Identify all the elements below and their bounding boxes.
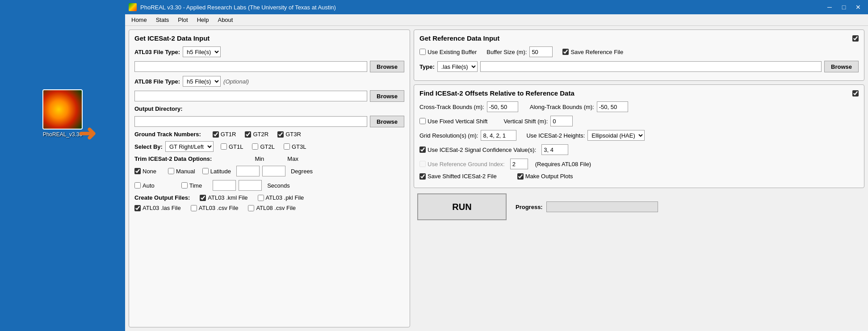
atl03-file-input[interactable] [134,61,367,72]
use-existing-buffer-checkbox[interactable] [419,49,426,55]
use-fixed-vertical-checkbox[interactable] [419,118,426,124]
trim-none-row: None [134,168,156,175]
offsets-panel-title: Find ICESat-2 Offsets Relative to Refere… [419,89,859,97]
ref-ground-input[interactable] [510,159,528,169]
reference-browse-button[interactable]: Browse [824,61,859,72]
close-button[interactable]: ✕ [852,2,864,12]
atl03-las-checkbox[interactable] [134,205,141,211]
app-icon[interactable] [42,89,83,130]
trim-row2: Auto Time Seconds [134,180,404,191]
atl03-browse-button[interactable]: Browse [370,61,404,72]
output-files-header-row: Create Output Files: ATL03 .kml File ATL… [134,194,404,201]
atl08-optional: (Optional) [223,78,249,85]
atl08-csv-checkbox[interactable] [248,205,254,211]
trim-latitude-row: Latitude [202,168,231,175]
reference-file-input[interactable] [480,61,822,72]
use-icesat2-heights-label: Use ICESat-2 Heights: [526,132,585,139]
gt3l-checkbox[interactable] [284,143,290,150]
menu-about[interactable]: About [213,15,237,25]
gt3r-checkbox[interactable] [277,131,284,138]
trim-none-checkbox[interactable] [134,168,141,174]
offsets-panel-enable-checkbox[interactable] [852,90,859,96]
along-track-input[interactable] [597,101,628,112]
maximize-button[interactable]: □ [838,2,850,12]
gt2l-checkbox[interactable] [252,143,258,150]
trim-time-max-input[interactable] [239,180,262,191]
use-fixed-vertical-row: Use Fixed Vertical Shift [419,118,487,125]
save-shifted-row: Save Shifted ICESat-2 File Make Output P… [419,173,859,180]
progress-area: Progress: [516,201,658,212]
select-by-select[interactable]: GT Right/Left [165,141,214,152]
save-reference-checkbox[interactable] [562,49,569,55]
menu-stats[interactable]: Stats [151,15,174,25]
minimize-button[interactable]: ─ [823,2,836,12]
run-section: RUN Progress: [414,192,864,222]
trim-manual-row: Manual [168,168,195,175]
atl03-kml-checkbox[interactable] [200,195,206,201]
output-files-row2: ATL03 .las File ATL03 .csv File ATL08 .c… [134,205,404,211]
atl08-label: ATL08 File Type: [134,78,180,85]
atl08-file-row: Browse [134,90,404,102]
cross-track-input[interactable] [487,101,518,112]
save-reference-label: Save Reference File [570,49,623,55]
gt2r-label: GT2R [253,131,268,138]
trim-header-row: Trim ICESat-2 Data Options: Min Max [134,155,404,162]
reference-type-row: Type: .las File(s) Browse [419,61,859,72]
bounds-row: Cross-Track Bounds (m): Along-Track Boun… [419,101,859,112]
make-output-plots-checkbox[interactable] [517,173,524,180]
output-browse-button[interactable]: Browse [370,116,404,127]
trim-auto-checkbox[interactable] [134,182,141,189]
use-ref-ground-checkbox[interactable] [419,161,426,167]
atl08-select[interactable]: h5 File(s) [183,76,221,87]
menu-help[interactable]: Help [193,15,214,25]
trim-time-min-input[interactable] [213,180,236,191]
use-signal-conf-label: Use ICESat-2 Signal Confidence Value(s): [428,147,536,153]
atl03-select[interactable]: h5 File(s) [183,46,221,57]
atl08-file-input[interactable] [134,91,367,101]
gt1r-label: GT1R [221,131,236,138]
reference-panel-enable-checkbox[interactable] [852,35,859,42]
titlebar-app-icon [129,3,137,11]
signal-conf-input[interactable] [541,144,568,155]
gt2r-checkbox[interactable] [245,131,251,138]
trim-lat-min-input[interactable] [236,166,260,176]
atl03-pkl-checkbox[interactable] [258,195,264,201]
buffer-size-input[interactable] [529,46,553,57]
atl03-pkl-row: ATL03 .pkl File [258,194,304,201]
trim-manual-checkbox[interactable] [168,168,174,174]
trim-auto-row: Auto [134,182,155,189]
menu-home[interactable]: Home [127,15,151,25]
grid-resolution-label: Grid Resolution(s) (m): [419,132,478,139]
desktop: ➜ PhoREAL_v3.30 [0,0,125,331]
save-shifted-checkbox[interactable] [419,173,426,180]
atl03-csv-label: ATL03 .csv File [199,205,239,211]
trim-lat-max-input[interactable] [262,166,285,176]
reference-panel-title: Get Reference Data Input [419,34,859,42]
trim-time-label: Time [189,182,202,189]
atl08-csv-row: ATL08 .csv File [248,205,296,211]
gt1r-checkbox[interactable] [213,131,219,138]
use-icesat2-heights-select[interactable]: Ellipsoidal (HAE) [587,130,645,141]
use-ref-ground-checkbox-row: Use Reference Ground Index: [419,161,505,168]
atl03-csv-checkbox[interactable] [191,205,197,211]
atl03-las-row: ATL03 .las File [134,205,181,211]
select-by-label: Select By: [134,143,163,150]
main-window: PhoREAL v3.30 - Applied Research Labs (T… [125,0,868,331]
run-button[interactable]: RUN [417,193,507,220]
vertical-shift-input[interactable] [550,116,573,126]
trim-time-checkbox[interactable] [181,182,188,189]
output-dir-input[interactable] [134,116,367,127]
grid-resolution-input[interactable] [481,130,516,141]
menu-plot[interactable]: Plot [173,15,192,25]
gt1l-checkbox[interactable] [221,143,227,150]
gt3r-checkbox-row: GT3R [277,131,301,138]
use-signal-conf-checkbox[interactable] [419,147,426,153]
app-label: PhoREAL_v3.30 [43,131,83,138]
trim-latitude-checkbox[interactable] [202,168,209,174]
save-shifted-checkbox-row: Save Shifted ICESat-2 File [419,173,497,180]
ref-ground-note: (Requires ATL08 File) [535,161,591,168]
atl08-browse-button[interactable]: Browse [370,90,404,102]
reference-type-select[interactable]: .las File(s) [437,61,478,72]
trim-row1: None Manual Latitude Degrees [134,166,404,176]
grid-heights-row: Grid Resolution(s) (m): Use ICESat-2 Hei… [419,130,859,141]
